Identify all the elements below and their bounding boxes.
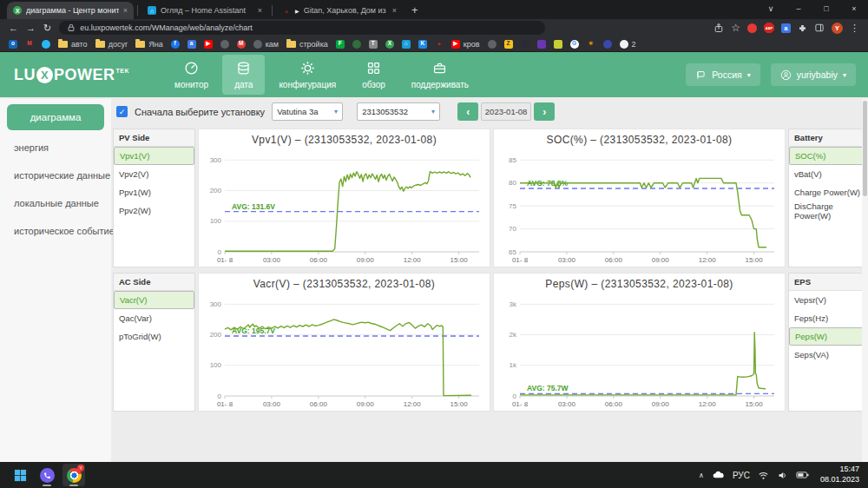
bookmark-folder-dosug[interactable]: досуг (95, 40, 128, 49)
bookmark-folder-yana[interactable]: Яна (135, 40, 162, 49)
chrome-taskbar-icon[interactable]: Y (62, 464, 85, 486)
sidebar-item[interactable]: диаграмма (7, 104, 104, 130)
param-item[interactable]: Ppv1(W) (114, 183, 194, 201)
bookmark-k-site[interactable]: K (418, 40, 427, 49)
param-item[interactable]: Charge Power(W) (789, 183, 865, 201)
battery-icon[interactable] (796, 471, 810, 479)
audio-playing-icon[interactable]: ▶ (295, 8, 299, 14)
taskbar-clock[interactable]: 15:47 08.01.2023 (820, 465, 859, 485)
bookmark-github[interactable]: 2 (620, 40, 636, 49)
bookmark-photos-site[interactable] (554, 40, 562, 49)
bookmark-triangle-site[interactable]: ▲ (435, 40, 444, 49)
bookmark-facebook[interactable]: f (171, 40, 180, 49)
sidebar-item[interactable]: энергия (0, 134, 111, 162)
sidebar-item[interactable]: локальные данные (0, 189, 111, 217)
new-tab-button[interactable]: + (411, 3, 418, 16)
nav-item-gear[interactable]: конфигурация (266, 55, 348, 95)
bookmark-home-assistant[interactable]: ⌂ (402, 40, 411, 49)
prev-day-button[interactable]: ‹ (457, 102, 478, 121)
window-menu-caret[interactable]: ∨ (757, 0, 785, 17)
extensions-puzzle-icon[interactable] (798, 23, 807, 33)
bookmark-water-app[interactable] (42, 40, 50, 49)
back-icon[interactable]: ← (9, 23, 18, 33)
user-menu[interactable]: yuriybabiy ▾ (771, 63, 856, 86)
minimize-button[interactable]: – (785, 0, 812, 17)
bookmark-gmail[interactable]: M (25, 40, 34, 49)
param-item[interactable]: Seps(VA) (789, 346, 865, 364)
bookmark-flashscore[interactable]: F (336, 40, 345, 49)
onedrive-cloud-icon[interactable] (712, 471, 725, 479)
param-item[interactable]: Ppv2(W) (114, 201, 194, 220)
param-item[interactable]: vBat(V) (789, 165, 865, 183)
sidebar-item[interactable]: историческое событие (0, 217, 111, 245)
bookmark-folder-auto[interactable]: авто (58, 40, 88, 49)
translate-extension-icon[interactable]: a (781, 23, 791, 33)
station-checkbox[interactable]: ✓ (116, 106, 128, 117)
nav-item-grid[interactable]: обзор (350, 55, 398, 95)
bookmark-sun-site[interactable]: ☀ (587, 40, 595, 49)
bookmark-google[interactable]: G (570, 40, 579, 49)
browser-menu-icon[interactable]: ⋮ (850, 23, 859, 33)
bookmark-globe-site-2[interactable] (488, 40, 496, 49)
region-selector[interactable]: Россия ▾ (686, 63, 760, 86)
share-icon[interactable] (713, 23, 724, 33)
address-bar[interactable]: eu.luxpowertek.com/WManage/web/analyze/c… (59, 21, 545, 35)
volume-icon[interactable] (777, 470, 788, 481)
nav-item-gauge[interactable]: монитор (162, 55, 220, 95)
language-indicator[interactable]: РУС (733, 471, 750, 480)
tray-expand-icon[interactable]: ∧ (699, 472, 704, 479)
browser-tab[interactable]: ▲▶Gitan, Харьков, Дом из газоб× (276, 2, 403, 19)
bookmark-star-icon[interactable]: ☆ (731, 23, 740, 33)
param-item[interactable]: Vepsr(V) (789, 291, 865, 309)
bookmark-folder-stroyka[interactable]: стройка (286, 40, 328, 49)
browser-tab[interactable]: ⌂Огляд – Home Assistant× (141, 2, 268, 19)
param-item[interactable]: Qac(Var) (114, 309, 194, 327)
param-item[interactable]: Peps(W) (789, 327, 865, 346)
sidebar-item[interactable]: исторические данные (0, 162, 111, 189)
bookmark-purple-site[interactable] (537, 40, 546, 49)
bookmark-dark-site[interactable] (521, 40, 529, 49)
param-item[interactable]: Vacr(V) (114, 291, 194, 309)
maximize-button[interactable]: □ (812, 0, 840, 17)
start-button[interactable] (9, 464, 31, 486)
param-item[interactable]: Vpv1(V) (114, 147, 194, 165)
param-item[interactable]: Feps(Hz) (789, 309, 865, 327)
date-field[interactable]: 2023-01-08 (481, 102, 531, 121)
viber-taskbar-icon[interactable] (36, 464, 58, 486)
side-panel-icon[interactable] (814, 23, 825, 33)
bookmark-youtube[interactable]: ▶ (204, 40, 213, 49)
browser-tab[interactable]: Xдиаграмма - Центр мониторин× (7, 2, 134, 19)
nav-item-briefcase[interactable]: поддерживать (399, 55, 481, 95)
bookmark-globe-site-1[interactable] (220, 40, 229, 49)
param-item[interactable]: Vpv2(V) (114, 165, 194, 183)
tab-close-icon[interactable]: × (123, 6, 128, 15)
bookmark-z-site[interactable]: Z (504, 40, 513, 49)
vpv1-chart[interactable]: 010020030001- 803:0006:0009:0012:0015:00… (199, 150, 490, 267)
param-item[interactable]: pToGrid(W) (114, 327, 194, 346)
wifi-icon[interactable] (758, 470, 769, 481)
tab-close-icon[interactable]: × (392, 6, 397, 15)
soc-chart[interactable]: 657075808501- 803:0006:0009:0012:0015:00… (494, 150, 785, 267)
close-button[interactable]: × (840, 0, 868, 17)
bookmark-green-site[interactable] (352, 40, 361, 49)
param-item[interactable]: SOC(%) (789, 147, 865, 165)
scrollbar-thumb[interactable] (863, 101, 867, 196)
serial-select[interactable]: 2313053532 ▾ (357, 102, 440, 121)
param-item[interactable]: DisCharge Power(W) (789, 201, 865, 220)
adguard-extension-icon[interactable] (747, 23, 757, 33)
tab-close-icon[interactable]: × (258, 6, 262, 15)
bookmark-luxpower[interactable]: X (385, 40, 394, 49)
reload-icon[interactable]: ↻ (43, 23, 51, 33)
nav-item-database[interactable]: дата (222, 55, 265, 95)
bookmark-outlook[interactable]: o (9, 40, 17, 49)
bookmark-globe-site-kam[interactable]: кам (253, 40, 279, 49)
peps-chart[interactable]: 01k2k3k01- 803:0006:0009:0012:0015:00AVG… (494, 294, 785, 411)
bookmark-gray-site[interactable]: T (369, 40, 378, 49)
profile-avatar[interactable]: Y (832, 23, 843, 34)
vacr-chart[interactable]: 010020030001- 803:0006:0009:0012:0015:00… (199, 294, 490, 411)
next-day-button[interactable]: › (534, 102, 555, 121)
bookmark-translate-site[interactable]: a (187, 40, 196, 49)
forward-icon[interactable]: → (26, 23, 36, 33)
bookmark-youtube-krov[interactable]: ▶кров (451, 40, 480, 49)
bookmark-mail-site[interactable]: M (237, 40, 246, 49)
